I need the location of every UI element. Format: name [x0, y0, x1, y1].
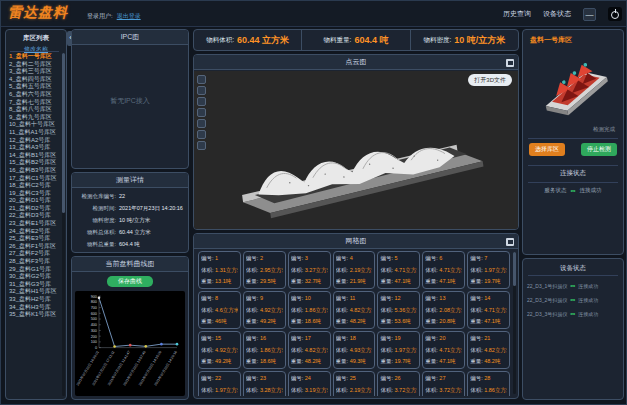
divider [528, 138, 618, 139]
grid-cell: 编号: 18 体积: 4.93立方米 重量: 49.3吨 [333, 331, 376, 369]
sidebar-item-area[interactable]: 32_盘料H1号库区 [6, 288, 60, 296]
ipc-panel: IPC图 暂无IPC接入 [71, 29, 189, 169]
sidebar-item-area[interactable]: 11_盘料A1号库区 [6, 129, 60, 137]
sidebar-item-area[interactable]: 18_盘料C2号库 [6, 182, 60, 190]
sidebar-item-area[interactable]: 5_盘料五号库区 [6, 83, 60, 91]
sidebar-item-area[interactable]: 7_盘料七号库区 [6, 99, 60, 107]
device-status-link[interactable]: 设备状态 [543, 9, 571, 19]
save-curve-button[interactable]: 保存曲线 [107, 276, 153, 287]
grid-cell: 编号: 3 体积: 3.27立方米 重量: 32.7吨 [288, 251, 331, 289]
sidebar-item-area[interactable]: 20_盘料D1号库 [6, 197, 60, 205]
sidebar-item-area[interactable]: 29_盘料G1号库 [6, 266, 60, 274]
select-area-button[interactable]: 选择库区 [529, 143, 565, 156]
measurement-row: 物料总重量: 604.4 吨 [72, 238, 188, 250]
ipc-panel-title: IPC图 [72, 30, 188, 45]
stat-item: 物料体积: 60.44 立方米 [194, 30, 301, 50]
service-status-row: 服务状态 ∞ 连接成功 [523, 187, 623, 194]
open-3d-file-button[interactable]: 打开3D文件 [468, 74, 512, 86]
divider [528, 165, 618, 166]
curve-panel-title: 当前盘料曲线图 [72, 257, 188, 272]
grid-cell: 编号: 16 体积: 1.86立方米 重量: 18.6吨 [243, 331, 286, 369]
view-direction-button[interactable] [197, 141, 206, 150]
point-cloud-canvas[interactable]: 打开3D文件 [194, 71, 518, 229]
expand-icon[interactable] [506, 238, 514, 246]
sidebar-item-area[interactable]: 16_盘料B3号库区 [6, 167, 60, 175]
view-direction-button[interactable] [197, 119, 206, 128]
history-query-link[interactable]: 历史查询 [503, 9, 531, 19]
sidebar-item-area[interactable]: 6_盘料六号库区 [6, 91, 60, 99]
minimize-button[interactable]: — [583, 8, 596, 21]
sidebar-scrollbar[interactable] [62, 53, 65, 396]
view-direction-button[interactable] [197, 75, 206, 84]
svg-text:400: 400 [91, 323, 97, 327]
sidebar-item-area[interactable]: 25_盘料E3号库 [6, 235, 60, 243]
stop-detect-button[interactable]: 停止检测 [581, 143, 617, 156]
view-direction-button[interactable] [197, 108, 206, 117]
sidebar-item-area[interactable]: 30_盘料G2号库 [6, 273, 60, 281]
sidebar-item-area[interactable]: 23_盘料E1号库区 [6, 220, 60, 228]
selected-area-panel: 盘料一号库区 检测完成 选择库区 停止检测 连接状态 服务状态 ∞ 连接成功 [522, 29, 624, 255]
stat-item: 物料密度: 10 吨/立方米 [410, 30, 518, 50]
sidebar-item-area[interactable]: 4_盘料四号库区 [6, 76, 60, 84]
measurement-row: 检测仓库编号: 22 [72, 190, 188, 202]
sidebar-item-area[interactable]: 17_盘料C1号库区 [6, 175, 60, 183]
scrollbar-thumb[interactable] [513, 252, 516, 286]
view-direction-button[interactable] [197, 97, 206, 106]
curve-panel: 当前盘料曲线图 保存曲线 010020030040050060070080090… [71, 256, 189, 400]
sidebar-item-area[interactable]: 2_盘料二号库区 [6, 61, 60, 69]
sidebar-item-area[interactable]: 27_盘料F2号库 [6, 250, 60, 258]
grid-scrollbar[interactable] [513, 252, 516, 394]
sidebar-item-area[interactable]: 33_盘料H2号库 [6, 296, 60, 304]
grid-cell: 编号: 10 体积: 1.86立方米 重量: 18.6吨 [288, 291, 331, 329]
warehouse-3d-icon [531, 46, 617, 128]
connection-status-title: 连接状态 [523, 169, 623, 178]
stat-item: 物料重量: 604.4 吨 [301, 30, 409, 50]
device-status-row: 22_D3_3号扫描仪 ∞ 连接成功 [523, 307, 623, 321]
grid-cell: 编号: 14 体积: 4.71立方米 重量: 47.1吨 [467, 291, 510, 329]
sidebar-item-area[interactable]: 8_盘料八号库区 [6, 106, 60, 114]
grid-cell: 编号: 6 体积: 4.71立方米 重量: 47.1吨 [422, 251, 465, 289]
grid-cell: 编号: 5 体积: 4.71立方米 重量: 47.1吨 [377, 251, 420, 289]
sidebar-item-area[interactable]: 24_盘料E2号库 [6, 228, 60, 236]
view-direction-button[interactable] [197, 86, 206, 95]
grid-cell: 编号: 9 体积: 4.92立方米 重量: 49.2吨 [243, 291, 286, 329]
view-direction-button[interactable] [197, 130, 206, 139]
sidebar-item-area[interactable]: 10_盘料十号库区 [6, 121, 60, 129]
sidebar-item-area[interactable]: 21_盘料D2号库 [6, 205, 60, 213]
sidebar-item-area[interactable]: 9_盘料九号库区 [6, 114, 60, 122]
divider [528, 275, 618, 276]
grid-cell: 编号: 20 体积: 4.71立方米 重量: 47.1吨 [422, 331, 465, 369]
sidebar-item-area[interactable]: 34_盘料H3号库 [6, 304, 60, 312]
material-stats-bar: 物料体积: 60.44 立方米 物料重量: 604.4 吨 物料密度: 10 吨… [193, 29, 519, 51]
sidebar-item-area[interactable]: 35_盘料K1号库区 [6, 311, 60, 319]
sidebar-item-area[interactable]: 1_盘料一号库区 [6, 53, 60, 61]
svg-text:600: 600 [91, 312, 97, 316]
grid-cell: 编号: 27 体积: 3.72立方米 重量: 37.2吨 [422, 371, 465, 396]
grid-cell: 编号: 23 体积: 3.28立方米 重量: 32.8吨 [243, 371, 286, 396]
logout-link[interactable]: 退出登录 [117, 13, 141, 19]
sidebar-item-area[interactable]: 28_盘料F3号库 [6, 258, 60, 266]
sidebar-item-area[interactable]: 13_盘料A3号库 [6, 144, 60, 152]
sidebar-item-area[interactable]: 15_盘料B2号库区 [6, 159, 60, 167]
grid-cell: 编号: 22 体积: 1.97立方米 重量: 19.7吨 [198, 371, 241, 396]
sidebar-item-area[interactable]: 22_盘料D3号库 [6, 212, 60, 220]
measurement-panel: 测量详情 检测仓库编号: 22 检测时间: 2021年07月23日 14:20:… [71, 172, 189, 253]
sidebar-item-area[interactable]: 26_盘料F1号库区 [6, 243, 60, 251]
sidebar-item-area[interactable]: 12_盘料A2号库 [6, 137, 60, 145]
inventory-curve-chart: 01002003004005006007008009002021年07月22日 … [75, 291, 185, 396]
sidebar-item-area[interactable]: 19_盘料C3号库 [6, 190, 60, 198]
grid-panel-title: 网格图 [194, 234, 518, 249]
sidebar-item-area[interactable]: 3_盘料三号库区 [6, 68, 60, 76]
top-bar: 雷达盘料 登录用户:退出登录 历史查询 设备状态 — [1, 1, 627, 27]
svg-text:900: 900 [91, 295, 97, 299]
svg-text:700: 700 [91, 306, 97, 310]
device-rows: 22_D3_1号扫描仪 ∞ 连接成功 22_D3_2号扫描仪 ∞ 连接成功 22… [523, 279, 623, 321]
expand-icon[interactable] [506, 59, 514, 67]
power-close-button[interactable] [608, 7, 622, 21]
sidebar-item-area[interactable]: 14_盘料B1号库区 [6, 152, 60, 160]
grid-cell: 编号: 17 体积: 4.82立方米 重量: 48.2吨 [288, 331, 331, 369]
grid-cell: 编号: 12 体积: 5.36立方米 重量: 53.6吨 [377, 291, 420, 329]
sidebar-item-area[interactable]: 31_盘料G3号库 [6, 281, 60, 289]
grid-cell: 编号: 13 体积: 2.08立方米 重量: 20.8吨 [422, 291, 465, 329]
scrollbar-thumb[interactable] [62, 53, 65, 213]
